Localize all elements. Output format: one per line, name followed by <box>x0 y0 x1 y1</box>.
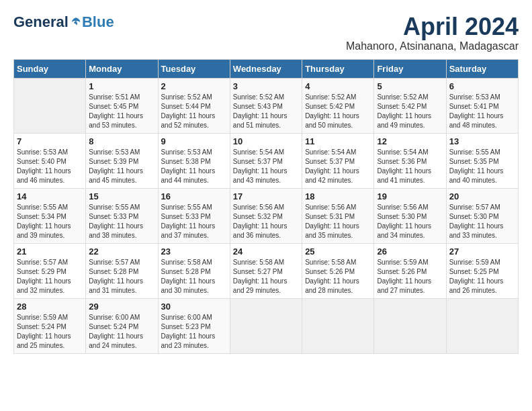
calendar-week-row: 21 Sunrise: 5:57 AM Sunset: 5:29 PM Dayl… <box>14 243 519 298</box>
page-header: General Blue April 2024 Mahanoro, Atsina… <box>13 13 519 52</box>
day-number: 5 <box>377 81 443 91</box>
calendar-cell: 16 Sunrise: 5:55 AM Sunset: 5:33 PM Dayl… <box>158 188 230 243</box>
day-number: 21 <box>17 246 83 257</box>
calendar-cell: 21 Sunrise: 5:57 AM Sunset: 5:29 PM Dayl… <box>14 243 86 298</box>
calendar-cell: 10 Sunrise: 5:54 AM Sunset: 5:37 PM Dayl… <box>230 133 302 188</box>
calendar-cell <box>14 78 86 133</box>
day-info: Sunrise: 5:59 AM Sunset: 5:25 PM Dayligh… <box>449 258 515 295</box>
calendar-cell: 2 Sunrise: 5:52 AM Sunset: 5:44 PM Dayli… <box>158 78 230 133</box>
day-info: Sunrise: 5:53 AM Sunset: 5:41 PM Dayligh… <box>449 93 515 130</box>
calendar-cell <box>446 298 518 353</box>
day-info: Sunrise: 5:55 AM Sunset: 5:35 PM Dayligh… <box>449 148 515 185</box>
day-info: Sunrise: 5:58 AM Sunset: 5:27 PM Dayligh… <box>233 258 299 295</box>
day-info: Sunrise: 5:57 AM Sunset: 5:28 PM Dayligh… <box>89 258 154 295</box>
day-info: Sunrise: 5:59 AM Sunset: 5:24 PM Dayligh… <box>17 313 83 351</box>
day-number: 3 <box>233 81 299 91</box>
day-number: 30 <box>161 302 227 312</box>
day-info: Sunrise: 5:58 AM Sunset: 5:26 PM Dayligh… <box>305 258 371 295</box>
day-number: 15 <box>89 191 154 201</box>
day-info: Sunrise: 5:53 AM Sunset: 5:40 PM Dayligh… <box>17 148 83 185</box>
day-info: Sunrise: 5:57 AM Sunset: 5:29 PM Dayligh… <box>17 258 83 295</box>
day-number: 24 <box>233 246 299 257</box>
header-row: Sunday Monday Tuesday Wednesday Thursday… <box>14 59 519 78</box>
calendar-cell: 18 Sunrise: 5:56 AM Sunset: 5:31 PM Dayl… <box>302 188 374 243</box>
calendar-week-row: 1 Sunrise: 5:51 AM Sunset: 5:45 PM Dayli… <box>14 78 519 133</box>
calendar-cell: 24 Sunrise: 5:58 AM Sunset: 5:27 PM Dayl… <box>230 243 302 298</box>
day-number: 14 <box>17 191 83 201</box>
day-info: Sunrise: 6:00 AM Sunset: 5:24 PM Dayligh… <box>89 313 154 351</box>
calendar-body: 1 Sunrise: 5:51 AM Sunset: 5:45 PM Dayli… <box>14 78 519 353</box>
day-number: 27 <box>449 246 515 257</box>
calendar-cell: 30 Sunrise: 6:00 AM Sunset: 5:23 PM Dayl… <box>158 298 230 353</box>
day-info: Sunrise: 5:55 AM Sunset: 5:34 PM Dayligh… <box>17 203 83 240</box>
calendar-header: Sunday Monday Tuesday Wednesday Thursday… <box>14 59 519 78</box>
day-info: Sunrise: 5:56 AM Sunset: 5:30 PM Dayligh… <box>377 203 443 240</box>
calendar-cell: 7 Sunrise: 5:53 AM Sunset: 5:40 PM Dayli… <box>14 133 86 188</box>
logo-blue: Blue <box>82 13 114 31</box>
day-number: 19 <box>377 191 443 201</box>
header-tuesday: Tuesday <box>158 59 230 78</box>
calendar-week-row: 7 Sunrise: 5:53 AM Sunset: 5:40 PM Dayli… <box>14 133 519 188</box>
day-number: 10 <box>233 136 299 146</box>
calendar-cell: 12 Sunrise: 5:54 AM Sunset: 5:36 PM Dayl… <box>374 133 446 188</box>
day-info: Sunrise: 5:52 AM Sunset: 5:44 PM Dayligh… <box>161 93 227 130</box>
day-number: 7 <box>17 136 83 146</box>
calendar-cell: 15 Sunrise: 5:55 AM Sunset: 5:33 PM Dayl… <box>86 188 158 243</box>
day-info: Sunrise: 5:54 AM Sunset: 5:37 PM Dayligh… <box>233 148 299 185</box>
day-info: Sunrise: 5:52 AM Sunset: 5:42 PM Dayligh… <box>377 93 443 130</box>
logo-text: General Blue <box>13 13 114 31</box>
calendar-cell: 26 Sunrise: 5:59 AM Sunset: 5:26 PM Dayl… <box>374 243 446 298</box>
day-number: 17 <box>233 191 299 201</box>
calendar-cell: 17 Sunrise: 5:56 AM Sunset: 5:32 PM Dayl… <box>230 188 302 243</box>
day-number: 4 <box>305 81 371 91</box>
calendar-cell: 13 Sunrise: 5:55 AM Sunset: 5:35 PM Dayl… <box>446 133 518 188</box>
logo: General Blue <box>13 13 114 31</box>
calendar-week-row: 28 Sunrise: 5:59 AM Sunset: 5:24 PM Dayl… <box>14 298 519 353</box>
day-info: Sunrise: 5:53 AM Sunset: 5:38 PM Dayligh… <box>161 148 227 185</box>
header-monday: Monday <box>86 59 158 78</box>
day-info: Sunrise: 5:52 AM Sunset: 5:42 PM Dayligh… <box>305 93 371 130</box>
calendar-table: Sunday Monday Tuesday Wednesday Thursday… <box>13 59 519 354</box>
calendar-week-row: 14 Sunrise: 5:55 AM Sunset: 5:34 PM Dayl… <box>14 188 519 243</box>
calendar-cell: 29 Sunrise: 6:00 AM Sunset: 5:24 PM Dayl… <box>86 298 158 353</box>
logo-bird-icon <box>70 16 82 28</box>
calendar-cell: 14 Sunrise: 5:55 AM Sunset: 5:34 PM Dayl… <box>14 188 86 243</box>
header-sunday: Sunday <box>14 59 86 78</box>
day-number: 11 <box>305 136 371 146</box>
calendar-cell: 27 Sunrise: 5:59 AM Sunset: 5:25 PM Dayl… <box>446 243 518 298</box>
calendar-cell: 5 Sunrise: 5:52 AM Sunset: 5:42 PM Dayli… <box>374 78 446 133</box>
day-info: Sunrise: 5:57 AM Sunset: 5:30 PM Dayligh… <box>449 203 515 240</box>
header-wednesday: Wednesday <box>230 59 302 78</box>
calendar-cell: 22 Sunrise: 5:57 AM Sunset: 5:28 PM Dayl… <box>86 243 158 298</box>
calendar-cell <box>230 298 302 353</box>
day-info: Sunrise: 5:55 AM Sunset: 5:33 PM Dayligh… <box>161 203 227 240</box>
day-number: 28 <box>17 302 83 312</box>
calendar-cell: 25 Sunrise: 5:58 AM Sunset: 5:26 PM Dayl… <box>302 243 374 298</box>
day-info: Sunrise: 5:54 AM Sunset: 5:36 PM Dayligh… <box>377 148 443 185</box>
day-info: Sunrise: 5:54 AM Sunset: 5:37 PM Dayligh… <box>305 148 371 185</box>
day-number: 20 <box>449 191 515 201</box>
day-info: Sunrise: 5:51 AM Sunset: 5:45 PM Dayligh… <box>89 93 154 130</box>
day-number: 16 <box>161 191 227 201</box>
calendar-cell <box>302 298 374 353</box>
day-info: Sunrise: 5:58 AM Sunset: 5:28 PM Dayligh… <box>161 258 227 295</box>
day-info: Sunrise: 5:52 AM Sunset: 5:43 PM Dayligh… <box>233 93 299 130</box>
day-number: 2 <box>161 81 227 91</box>
day-info: Sunrise: 5:59 AM Sunset: 5:26 PM Dayligh… <box>377 258 443 295</box>
day-number: 26 <box>377 246 443 257</box>
calendar-cell: 1 Sunrise: 5:51 AM Sunset: 5:45 PM Dayli… <box>86 78 158 133</box>
header-saturday: Saturday <box>446 59 518 78</box>
calendar-cell: 3 Sunrise: 5:52 AM Sunset: 5:43 PM Dayli… <box>230 78 302 133</box>
day-number: 23 <box>161 246 227 257</box>
day-info: Sunrise: 5:53 AM Sunset: 5:39 PM Dayligh… <box>89 148 154 185</box>
day-number: 22 <box>89 246 154 257</box>
header-thursday: Thursday <box>302 59 374 78</box>
calendar-cell: 8 Sunrise: 5:53 AM Sunset: 5:39 PM Dayli… <box>86 133 158 188</box>
day-number: 8 <box>89 136 154 146</box>
calendar-cell: 9 Sunrise: 5:53 AM Sunset: 5:38 PM Dayli… <box>158 133 230 188</box>
calendar-cell: 20 Sunrise: 5:57 AM Sunset: 5:30 PM Dayl… <box>446 188 518 243</box>
day-number: 13 <box>449 136 515 146</box>
day-number: 1 <box>89 81 154 91</box>
title-block: April 2024 Mahanoro, Atsinanana, Madagas… <box>346 13 519 52</box>
header-friday: Friday <box>374 59 446 78</box>
